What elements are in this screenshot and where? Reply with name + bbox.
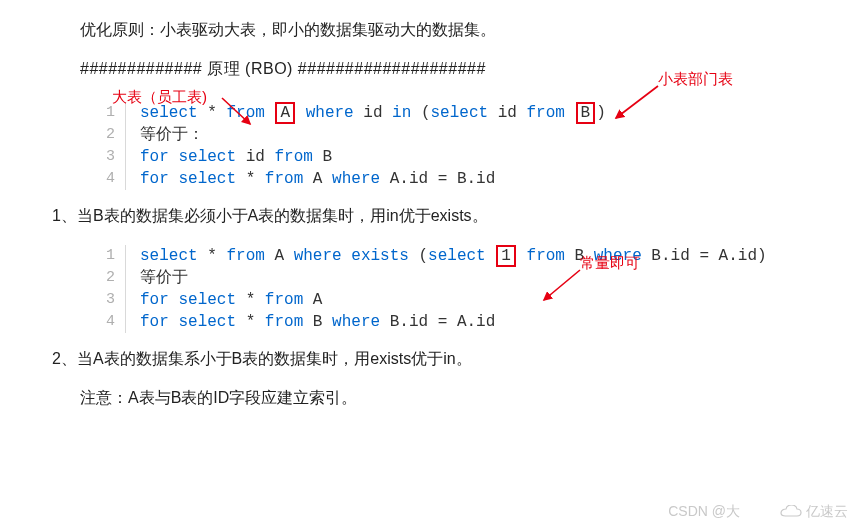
annotation-big-table: 大表（员工表) — [112, 88, 207, 107]
watermark-csdn: CSDN @大 — [668, 503, 740, 521]
box-b: B — [576, 102, 596, 124]
hash-divider: ############# 原理 (RBO) #################… — [80, 59, 860, 80]
line-number: 4 — [100, 311, 126, 333]
hash-post: #################### — [298, 60, 486, 77]
line-number: 1 — [100, 245, 126, 267]
code-block-2: 1 select * from A where exists (select 1… — [100, 245, 767, 333]
annotation-constant: 常量即可 — [580, 254, 640, 273]
principle-text: 优化原则：小表驱动大表，即小的数据集驱动大的数据集。 — [80, 20, 860, 41]
code-line-2: 等价于 — [126, 267, 767, 289]
box-one: 1 — [496, 245, 516, 267]
line-number: 3 — [100, 146, 126, 168]
watermark-yisu: 亿速云 — [780, 503, 848, 521]
code-line-1: select * from A where exists (select 1 f… — [126, 245, 767, 267]
line-number: 2 — [100, 124, 126, 146]
line-number: 2 — [100, 267, 126, 289]
rule-2-text: 2、当A表的数据集系小于B表的数据集时，用exists优于in。 — [52, 349, 860, 370]
annotation-small-table: 小表部门表 — [658, 70, 733, 89]
cloud-icon — [780, 505, 802, 519]
hash-pre: ############# — [80, 60, 202, 77]
code-block-1: 1 select * from A where id in (select id… — [100, 102, 606, 190]
box-a: A — [275, 102, 295, 124]
code-line-3: for select * from A — [126, 289, 767, 311]
hash-mid: 原理 (RBO) — [202, 60, 298, 77]
rule-1-text: 1、当B表的数据集必须小于A表的数据集时，用in优于exists。 — [52, 206, 860, 227]
note-text: 注意：A表与B表的ID字段应建立索引。 — [80, 388, 860, 409]
code-line-3: for select id from B — [126, 146, 606, 168]
svg-line-1 — [616, 86, 658, 118]
code-line-4: for select * from A where A.id = B.id — [126, 168, 606, 190]
line-number: 3 — [100, 289, 126, 311]
code-line-2: 等价于： — [126, 124, 606, 146]
arrow-small-table — [610, 84, 662, 124]
line-number: 4 — [100, 168, 126, 190]
code-line-4: for select * from B where B.id = A.id — [126, 311, 767, 333]
watermark-yisu-text: 亿速云 — [806, 503, 848, 521]
